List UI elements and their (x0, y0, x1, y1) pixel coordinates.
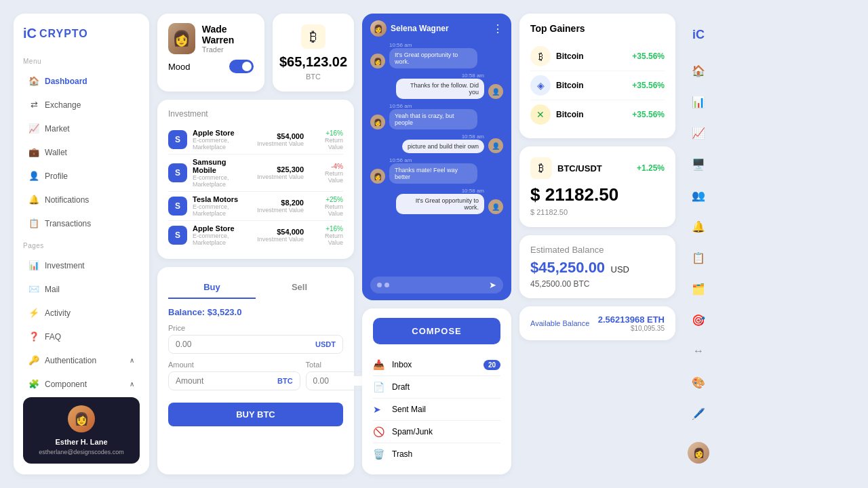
message-avatar: 👩 (370, 169, 385, 184)
icon-bar-bell[interactable]: 🔔 (688, 216, 709, 237)
mail-icon: ✉️ (28, 284, 39, 294)
mail-item-inbox[interactable]: 📥 Inbox 20 (373, 354, 500, 376)
profile-avatar: 👩 (168, 23, 195, 54)
btc-amount: $65,123.02 (279, 54, 347, 70)
chat-user: 👩 Selena Wagner (370, 20, 449, 37)
amount-input[interactable] (176, 376, 277, 386)
amount-unit: BTC (277, 377, 293, 385)
table-row: S Apple Store E-commerce, Marketplace $5… (168, 221, 343, 249)
inv-return: +16% Return Value (309, 129, 343, 150)
sidebar-item-exchange[interactable]: ⇄ Exchange (23, 96, 140, 114)
chevron-down-icon: ∧ (130, 357, 134, 364)
icon-bar-edit[interactable]: 🖊️ (688, 403, 709, 424)
sidebar-user-name: Esther H. Lane (55, 438, 107, 446)
icon-bar-layers[interactable]: 🗂️ (688, 278, 709, 300)
message-item: 👤 10:58 am Thanks for the follow. Did yo… (370, 73, 503, 99)
mood-row: Mood (168, 60, 254, 73)
sidebar-item-label: Mail (45, 285, 60, 294)
btcusdt-sub-price: $ 21182.50 (530, 208, 665, 216)
icon-bar-target[interactable]: 🎯 (688, 309, 709, 331)
sidebar-item-profile[interactable]: 👤 Profile (23, 167, 140, 185)
draft-icon: 📄 (373, 382, 385, 392)
available-balance-card: Available Balance 2.56213968 ETH $10,095… (519, 306, 675, 340)
btcusdt-card: ₿ BTC/USDT +1.25% $ 21182.50 $ 21182.50 (519, 146, 675, 227)
icon-bar-palette[interactable]: 🎨 (688, 371, 709, 393)
sidebar-item-faq[interactable]: ❓ FAQ (23, 327, 140, 346)
icon-bar-exchange[interactable]: ↔️ (688, 340, 709, 362)
sidebar-item-notifications[interactable]: 🔔 Notifications (23, 190, 140, 209)
chat-card: 👩 Selena Wagner ⋮ 👩 10:56 am It's Great … (362, 14, 511, 300)
sidebar-item-dashboard[interactable]: 🏠 Dashboard (23, 72, 140, 90)
price-label: Price (168, 324, 343, 332)
sidebar-item-label: Exchange (45, 100, 81, 110)
buy-btc-button[interactable]: BUY BTC (168, 403, 343, 426)
inv-val: $8,200 Investment Value (257, 199, 304, 214)
icon-bar-list[interactable]: 📋 (688, 247, 709, 268)
inv-return: +16% Return Value (309, 225, 343, 246)
mood-label: Mood (168, 62, 191, 72)
icon-bar-chart[interactable]: 📊 (688, 91, 709, 113)
tab-buy[interactable]: Buy (168, 277, 256, 299)
sidebar-item-market[interactable]: 📈 Market (23, 119, 140, 138)
mood-toggle[interactable] (229, 60, 254, 73)
icon-bar: iC 🏠 📊 📈 🖥️ 👥 🔔 📋 🗂️ 🎯 ↔️ 🎨 🖊️ 👩 (684, 14, 713, 474)
chat-messages: 👩 10:56 am It's Great opportunity to wor… (370, 42, 503, 271)
amount-col: Amount BTC (168, 361, 300, 397)
message-avatar: 👤 (488, 84, 503, 99)
spam-icon: 🚫 (373, 426, 385, 437)
message-item: 👩 10:56 am Yeah that is crazy, but peopl… (370, 103, 503, 129)
message-bubble: Thanks for the follow. Did you (396, 79, 484, 99)
more-options-icon[interactable]: ⋮ (492, 22, 503, 35)
logo-icon: iC (23, 26, 37, 41)
mail-label: Inbox (392, 360, 477, 369)
mail-item-sent[interactable]: ➤ Sent Mail (373, 399, 500, 421)
gainer-pct: +35.56% (632, 81, 665, 90)
icon-bar-trending[interactable]: 📈 (688, 122, 709, 144)
icon-bar-home[interactable]: 🏠 (688, 60, 709, 81)
amount-total-row: Amount BTC Total USDT (168, 361, 343, 397)
avail-balance-usd: $10,095.35 (598, 325, 665, 332)
table-row: S Samsung Mobile E-commerce, Marketplace… (168, 155, 343, 192)
chat-user-name: Selena Wagner (391, 24, 449, 33)
sidebar-item-label: Activity (45, 308, 71, 318)
activity-icon: ⚡ (28, 308, 39, 318)
mail-card: COMPOSE 📥 Inbox 20 📄 Draft ➤ Sent Mail 🚫… (362, 308, 511, 474)
price-input[interactable] (176, 340, 315, 349)
sidebar-item-label: FAQ (45, 332, 61, 342)
mail-item-trash[interactable]: 🗑️ Trash (373, 443, 500, 465)
message-bubble: It's Great opportunity to work. (396, 194, 484, 214)
chevron-down-icon: ∧ (130, 380, 134, 388)
mail-item-spam[interactable]: 🚫 Spam/Junk (373, 421, 500, 443)
send-icon[interactable]: ➤ (489, 280, 496, 290)
sidebar-item-authentication[interactable]: 🔑 Authentication ∧ (23, 351, 140, 369)
top-gainers-title: Top Gainers (530, 23, 665, 34)
logo: iC CRYPTO (23, 26, 140, 41)
icon-bar-logo: iC (688, 24, 709, 45)
sidebar-item-label: Investment (45, 261, 85, 270)
message-time: 10:58 am (396, 188, 484, 194)
inv-val: $54,000 Investment Value (257, 228, 304, 243)
est-balance-amount: $45,250.00 USD (530, 259, 665, 277)
compose-button[interactable]: COMPOSE (373, 318, 500, 344)
sidebar-item-activity[interactable]: ⚡ Activity (23, 304, 140, 322)
tab-sell[interactable]: Sell (256, 277, 343, 299)
inv-return: +25% Return Value (309, 196, 343, 217)
icon-bar-screen[interactable]: 🖥️ (688, 153, 709, 175)
sidebar-item-mail[interactable]: ✉️ Mail (23, 280, 140, 298)
sidebar-item-component[interactable]: 🧩 Component ∧ (23, 375, 140, 393)
gainer-name: Bitcoin (556, 52, 627, 61)
btcusdt-pct: +1.25% (637, 163, 665, 173)
mail-label: Spam/Junk (392, 427, 500, 436)
user-name: Wade Warren (202, 24, 254, 45)
icon-bar-users[interactable]: 👥 (688, 184, 709, 206)
sidebar-item-transactions[interactable]: 📋 Transactions (23, 214, 140, 232)
mail-item-draft[interactable]: 📄 Draft (373, 376, 500, 399)
sidebar-item-investment[interactable]: 📊 Investment (23, 256, 140, 274)
chat-input[interactable] (393, 281, 485, 289)
inv-val: $25,300 Investment Value (257, 165, 304, 180)
sidebar-item-wallet[interactable]: 💼 Wallet (23, 143, 140, 161)
icon-bar-user-avatar[interactable]: 👩 (688, 442, 709, 464)
menu-section-label: Menu (23, 58, 140, 65)
est-balance-title: Estimated Balance (530, 245, 665, 255)
sidebar: iC CRYPTO Menu 🏠 Dashboard ⇄ Exchange 📈 … (14, 14, 149, 474)
